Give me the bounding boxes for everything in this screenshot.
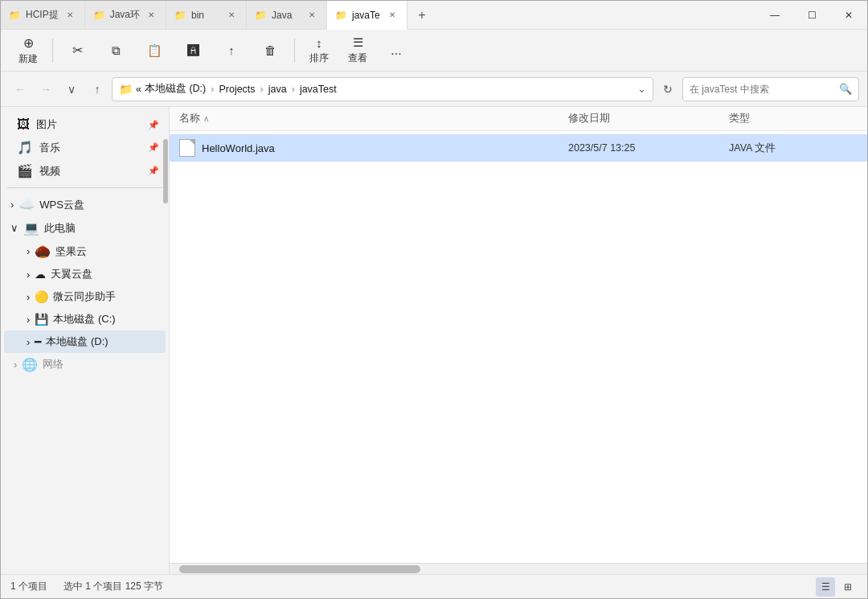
copy-icon: ⧉ — [112, 43, 121, 58]
sidebar-scrollbar-track[interactable] — [162, 107, 169, 574]
file-icon — [179, 139, 195, 157]
more-icon: ... — [391, 43, 401, 58]
sort-button[interactable]: ↕ 排序 — [301, 33, 337, 68]
thispc-icon: 💻 — [23, 220, 39, 236]
tab-close-button[interactable]: ✕ — [386, 9, 399, 22]
list-view-button[interactable]: ☰ — [816, 577, 835, 597]
tab-folder-icon: 📁 — [255, 10, 267, 21]
path-part-drive: 本地磁盘 (D:) — [145, 82, 206, 96]
horizontal-scrollbar[interactable] — [170, 563, 867, 574]
music-icon: 🎵 — [17, 140, 33, 155]
sidebar-item-wps[interactable]: › ☁️ WPS云盘 — [4, 193, 166, 216]
video-icon: 🎬 — [17, 163, 33, 178]
sidebar-item-weiyun[interactable]: › 🟡 微云同步助手 — [4, 285, 166, 308]
view-toggle-group: ☰ ⊞ — [816, 577, 858, 597]
horizontal-scrollbar-thumb[interactable] — [179, 565, 420, 573]
grid-view-button[interactable]: ⊞ — [838, 577, 858, 597]
search-input[interactable] — [690, 84, 836, 95]
column-type-label: 类型 — [729, 112, 750, 125]
expand-icon-thispc: ∨ — [10, 222, 18, 234]
status-bar: 1 个项目 选中 1 个项目 125 字节 ☰ ⊞ — [1, 574, 867, 598]
table-row[interactable]: HelloWorld.java 2023/5/7 13:25 JAVA 文件 — [170, 134, 867, 162]
search-box[interactable]: 🔍 — [682, 77, 859, 101]
tab-folder-icon: 📁 — [335, 10, 347, 21]
column-date[interactable]: 修改日期 — [568, 112, 729, 125]
file-explorer-window: 📁 HCIP提 ✕ 📁 Java环 ✕ 📁 bin ✕ 📁 Java ✕ 📁 j… — [0, 0, 868, 599]
path-sep-1: › — [211, 84, 214, 95]
sidebar-item-label: 此电脑 — [44, 221, 76, 236]
cut-icon: ✂ — [72, 43, 83, 58]
ddrive-icon: ━ — [35, 335, 41, 348]
up-button[interactable]: ↑ — [86, 78, 108, 101]
paste-button[interactable]: 📋 — [137, 40, 172, 61]
share-button[interactable]: ↑ — [214, 40, 249, 60]
tab-java-env[interactable]: 📁 Java环 ✕ — [85, 1, 166, 29]
sidebar-item-tianyiyun[interactable]: › ☁ 天翼云盘 — [4, 263, 166, 285]
sidebar-item-pictures[interactable]: 🖼 图片 📌 — [4, 113, 166, 136]
view-button[interactable]: ☰ 查看 — [340, 32, 375, 68]
minimize-button[interactable]: — — [756, 1, 793, 30]
new-button[interactable]: ⊕ 新建 — [10, 32, 46, 69]
tab-hcip[interactable]: 📁 HCIP提 ✕ — [1, 1, 85, 29]
paste-icon: 📋 — [147, 43, 162, 58]
new-label: 新建 — [18, 52, 38, 66]
view-label: 查看 — [348, 51, 367, 65]
weiyun-icon: 🟡 — [35, 290, 48, 303]
close-button[interactable]: ✕ — [830, 1, 867, 30]
tab-java[interactable]: 📁 Java ✕ — [247, 1, 327, 29]
tab-folder-icon: 📁 — [9, 10, 21, 21]
tab-close-button[interactable]: ✕ — [305, 9, 318, 22]
sidebar-item-jianguoyun[interactable]: › 🌰 坚果云 — [4, 240, 166, 263]
wps-icon: ☁️ — [18, 197, 35, 212]
sidebar-item-cdrive[interactable]: › 💾 本地磁盘 (C:) — [4, 308, 166, 330]
share-icon: ↑ — [228, 43, 235, 57]
column-type[interactable]: 类型 — [729, 112, 858, 125]
path-sep-3: › — [292, 84, 295, 95]
sidebar-item-video[interactable]: 🎬 视频 📌 — [4, 159, 166, 183]
sidebar-item-label: WPS云盘 — [39, 198, 84, 212]
tab-close-button[interactable]: ✕ — [145, 9, 158, 22]
path-part-javatest: javaTest — [300, 84, 337, 95]
forward-button[interactable]: → — [35, 78, 57, 101]
tianyiyun-icon: ☁ — [35, 268, 46, 281]
sidebar-item-thispc[interactable]: ∨ 💻 此电脑 — [4, 216, 166, 240]
address-path-box[interactable]: 📁 « 本地磁盘 (D:) › Projects › java › javaTe… — [112, 77, 653, 101]
sidebar-item-label: 音乐 — [39, 141, 60, 155]
view-icon: ☰ — [353, 35, 363, 50]
tab-close-button[interactable]: ✕ — [225, 9, 238, 22]
selected-info: 选中 1 个项目 125 字节 — [63, 580, 163, 593]
delete-button[interactable]: 🗑 — [252, 40, 288, 60]
copy-button[interactable]: ⧉ — [98, 40, 133, 61]
back-button[interactable]: ← — [9, 78, 31, 101]
sidebar-item-network[interactable]: › 🌐 网络 — [4, 356, 166, 372]
title-bar: 📁 HCIP提 ✕ 📁 Java环 ✕ 📁 bin ✕ 📁 Java ✕ 📁 j… — [1, 1, 867, 30]
more-button[interactable]: ... — [379, 40, 414, 61]
column-name[interactable]: 名称 ∧ — [179, 112, 568, 125]
sidebar-scrollbar-thumb[interactable] — [163, 139, 168, 203]
sidebar-item-ddrive[interactable]: › ━ 本地磁盘 (D:) — [4, 330, 166, 353]
sidebar-item-label: 网络 — [43, 357, 63, 371]
refresh-button[interactable]: ↻ — [657, 78, 679, 101]
pin-icon: 📌 — [148, 120, 159, 130]
new-tab-button[interactable]: + — [407, 1, 436, 29]
jianguoyun-icon: 🌰 — [35, 244, 51, 259]
expand-icon: › — [27, 336, 30, 348]
path-prefix: « — [136, 84, 141, 95]
tab-folder-icon: 📁 — [174, 10, 186, 21]
pin-icon: 📌 — [148, 142, 159, 153]
tab-javatest[interactable]: 📁 javaTe ✕ — [327, 1, 407, 30]
path-dropdown-button[interactable]: ⌄ — [637, 83, 646, 95]
search-icon: 🔍 — [839, 83, 852, 95]
rename-button[interactable]: 🅰 — [175, 40, 211, 60]
sort-icon: ↕ — [316, 36, 322, 50]
maximize-button[interactable]: ☐ — [793, 1, 830, 30]
pin-icon: 📌 — [148, 166, 159, 176]
tab-bin[interactable]: 📁 bin ✕ — [166, 1, 247, 29]
sidebar-item-label: 图片 — [36, 117, 57, 132]
tab-label: javaTe — [352, 10, 380, 21]
expand-path-button[interactable]: ∨ — [60, 78, 83, 101]
cut-button[interactable]: ✂ — [59, 39, 95, 61]
new-icon: ⊕ — [23, 35, 34, 51]
sidebar-item-music[interactable]: 🎵 音乐 📌 — [4, 136, 166, 159]
tab-close-button[interactable]: ✕ — [63, 9, 76, 22]
